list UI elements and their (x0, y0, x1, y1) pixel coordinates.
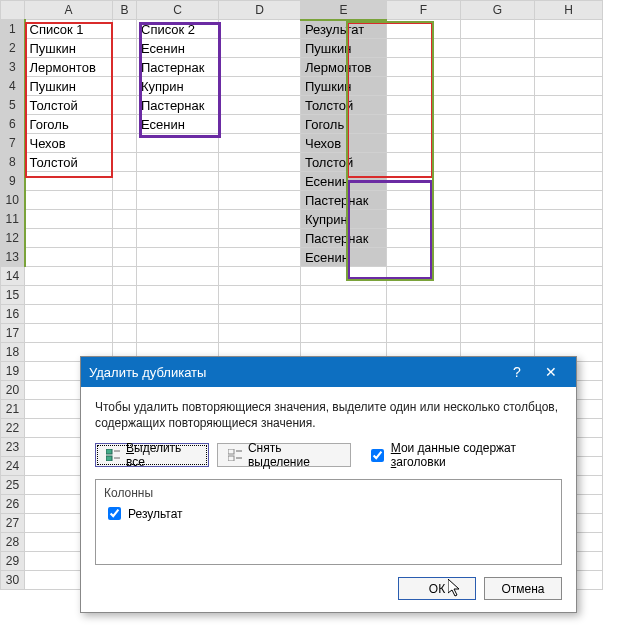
cell-D14[interactable] (219, 267, 301, 286)
column-item-checkbox[interactable] (108, 507, 121, 520)
row-header-16[interactable]: 16 (1, 305, 25, 324)
cell-D15[interactable] (219, 286, 301, 305)
cell-G13[interactable] (461, 248, 535, 267)
cell-E7[interactable]: Чехов (301, 134, 387, 153)
col-header-E[interactable]: E (301, 1, 387, 20)
col-header-F[interactable]: F (387, 1, 461, 20)
cell-F17[interactable] (387, 324, 461, 343)
cell-B12[interactable] (113, 229, 137, 248)
cell-B14[interactable] (113, 267, 137, 286)
cell-H17[interactable] (535, 324, 603, 343)
cell-C8[interactable] (137, 153, 219, 172)
cell-G14[interactable] (461, 267, 535, 286)
cell-D6[interactable] (219, 115, 301, 134)
cell-E2[interactable]: Пушкин (301, 39, 387, 58)
cell-E14[interactable] (301, 267, 387, 286)
cell-H6[interactable] (535, 115, 603, 134)
row-header-21[interactable]: 21 (1, 400, 25, 419)
cell-F1[interactable] (387, 20, 461, 39)
row-header-12[interactable]: 12 (1, 229, 25, 248)
cell-A6[interactable]: Гоголь (25, 115, 113, 134)
cell-G16[interactable] (461, 305, 535, 324)
cell-G12[interactable] (461, 229, 535, 248)
cell-D5[interactable] (219, 96, 301, 115)
cell-B7[interactable] (113, 134, 137, 153)
cell-F12[interactable] (387, 229, 461, 248)
cell-H2[interactable] (535, 39, 603, 58)
cell-D17[interactable] (219, 324, 301, 343)
cell-A4[interactable]: Пушкин (25, 77, 113, 96)
deselect-all-button[interactable]: Снять выделение (217, 443, 351, 467)
cell-E5[interactable]: Толстой (301, 96, 387, 115)
cell-E10[interactable]: Пастернак (301, 191, 387, 210)
cell-C5[interactable]: Пастернак (137, 96, 219, 115)
cell-G6[interactable] (461, 115, 535, 134)
cell-A16[interactable] (25, 305, 113, 324)
row-header-1[interactable]: 1 (1, 20, 25, 39)
cell-C16[interactable] (137, 305, 219, 324)
cell-F8[interactable] (387, 153, 461, 172)
cell-C1[interactable]: Список 2 (137, 20, 219, 39)
cell-D2[interactable] (219, 39, 301, 58)
cell-H4[interactable] (535, 77, 603, 96)
cell-C12[interactable] (137, 229, 219, 248)
cell-F5[interactable] (387, 96, 461, 115)
row-header-15[interactable]: 15 (1, 286, 25, 305)
cell-B5[interactable] (113, 96, 137, 115)
cell-H3[interactable] (535, 58, 603, 77)
cell-A3[interactable]: Лермонтов (25, 58, 113, 77)
cell-A15[interactable] (25, 286, 113, 305)
has-headers-input[interactable] (371, 449, 384, 462)
cell-D3[interactable] (219, 58, 301, 77)
col-header-C[interactable]: C (137, 1, 219, 20)
columns-listbox[interactable]: Колонны Результат (95, 479, 562, 565)
cell-D10[interactable] (219, 191, 301, 210)
cell-E15[interactable] (301, 286, 387, 305)
cell-G3[interactable] (461, 58, 535, 77)
cell-G10[interactable] (461, 191, 535, 210)
cell-A5[interactable]: Толстой (25, 96, 113, 115)
cell-C6[interactable]: Есенин (137, 115, 219, 134)
row-header-3[interactable]: 3 (1, 58, 25, 77)
col-header-H[interactable]: H (535, 1, 603, 20)
row-header-26[interactable]: 26 (1, 495, 25, 514)
cell-E4[interactable]: Пушкин (301, 77, 387, 96)
cell-A13[interactable] (25, 248, 113, 267)
cell-F10[interactable] (387, 191, 461, 210)
cell-B4[interactable] (113, 77, 137, 96)
cell-E16[interactable] (301, 305, 387, 324)
cell-A2[interactable]: Пушкин (25, 39, 113, 58)
cell-A10[interactable] (25, 191, 113, 210)
cell-F3[interactable] (387, 58, 461, 77)
cell-D13[interactable] (219, 248, 301, 267)
col-header-D[interactable]: D (219, 1, 301, 20)
select-all-button[interactable]: Выделить все (95, 443, 209, 467)
cell-H7[interactable] (535, 134, 603, 153)
cell-E8[interactable]: Толстой (301, 153, 387, 172)
cell-E3[interactable]: Лермонтов (301, 58, 387, 77)
cell-A14[interactable] (25, 267, 113, 286)
row-header-2[interactable]: 2 (1, 39, 25, 58)
close-button[interactable]: ✕ (534, 357, 568, 387)
cell-C15[interactable] (137, 286, 219, 305)
cell-B1[interactable] (113, 20, 137, 39)
ok-button[interactable]: ОК (398, 577, 476, 600)
cell-C4[interactable]: Куприн (137, 77, 219, 96)
cell-G8[interactable] (461, 153, 535, 172)
cell-G15[interactable] (461, 286, 535, 305)
cell-E11[interactable]: Куприн (301, 210, 387, 229)
cell-F14[interactable] (387, 267, 461, 286)
row-header-18[interactable]: 18 (1, 343, 25, 362)
cell-C14[interactable] (137, 267, 219, 286)
cell-E9[interactable]: Есенин (301, 172, 387, 191)
cell-F13[interactable] (387, 248, 461, 267)
row-header-4[interactable]: 4 (1, 77, 25, 96)
cell-F7[interactable] (387, 134, 461, 153)
cell-F16[interactable] (387, 305, 461, 324)
cell-H10[interactable] (535, 191, 603, 210)
cell-F4[interactable] (387, 77, 461, 96)
cell-B11[interactable] (113, 210, 137, 229)
row-header-25[interactable]: 25 (1, 476, 25, 495)
cell-A11[interactable] (25, 210, 113, 229)
cell-F2[interactable] (387, 39, 461, 58)
